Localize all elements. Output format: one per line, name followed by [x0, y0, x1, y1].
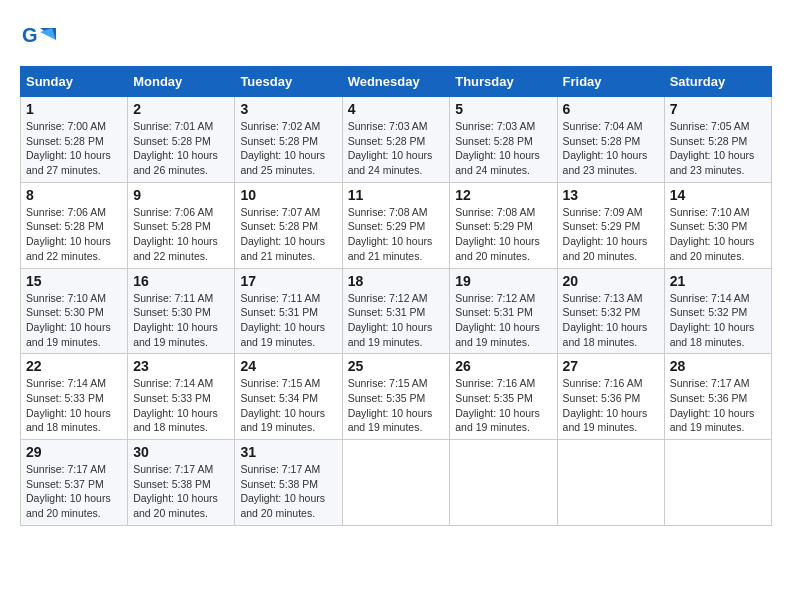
day-number: 20 — [563, 273, 659, 289]
day-number: 3 — [240, 101, 336, 117]
day-number: 21 — [670, 273, 766, 289]
day-number: 7 — [670, 101, 766, 117]
day-number: 29 — [26, 444, 122, 460]
day-detail: Sunrise: 7:17 AM Sunset: 5:38 PM Dayligh… — [240, 462, 336, 521]
day-cell — [557, 440, 664, 526]
day-number: 19 — [455, 273, 551, 289]
day-detail: Sunrise: 7:09 AM Sunset: 5:29 PM Dayligh… — [563, 205, 659, 264]
col-header-wednesday: Wednesday — [342, 67, 450, 97]
day-number: 22 — [26, 358, 122, 374]
day-detail: Sunrise: 7:17 AM Sunset: 5:38 PM Dayligh… — [133, 462, 229, 521]
day-cell: 25 Sunrise: 7:15 AM Sunset: 5:35 PM Dayl… — [342, 354, 450, 440]
day-number: 15 — [26, 273, 122, 289]
calendar-body: 1 Sunrise: 7:00 AM Sunset: 5:28 PM Dayli… — [21, 97, 772, 526]
day-number: 6 — [563, 101, 659, 117]
day-cell: 8 Sunrise: 7:06 AM Sunset: 5:28 PM Dayli… — [21, 182, 128, 268]
day-cell: 20 Sunrise: 7:13 AM Sunset: 5:32 PM Dayl… — [557, 268, 664, 354]
day-detail: Sunrise: 7:10 AM Sunset: 5:30 PM Dayligh… — [670, 205, 766, 264]
day-detail: Sunrise: 7:15 AM Sunset: 5:35 PM Dayligh… — [348, 376, 445, 435]
day-cell: 2 Sunrise: 7:01 AM Sunset: 5:28 PM Dayli… — [128, 97, 235, 183]
day-detail: Sunrise: 7:03 AM Sunset: 5:28 PM Dayligh… — [348, 119, 445, 178]
day-detail: Sunrise: 7:12 AM Sunset: 5:31 PM Dayligh… — [455, 291, 551, 350]
week-row-5: 29 Sunrise: 7:17 AM Sunset: 5:37 PM Dayl… — [21, 440, 772, 526]
day-cell: 7 Sunrise: 7:05 AM Sunset: 5:28 PM Dayli… — [664, 97, 771, 183]
day-cell: 13 Sunrise: 7:09 AM Sunset: 5:29 PM Dayl… — [557, 182, 664, 268]
day-cell: 22 Sunrise: 7:14 AM Sunset: 5:33 PM Dayl… — [21, 354, 128, 440]
day-cell: 17 Sunrise: 7:11 AM Sunset: 5:31 PM Dayl… — [235, 268, 342, 354]
day-detail: Sunrise: 7:16 AM Sunset: 5:36 PM Dayligh… — [563, 376, 659, 435]
day-detail: Sunrise: 7:11 AM Sunset: 5:30 PM Dayligh… — [133, 291, 229, 350]
day-cell: 18 Sunrise: 7:12 AM Sunset: 5:31 PM Dayl… — [342, 268, 450, 354]
day-number: 26 — [455, 358, 551, 374]
svg-text:G: G — [22, 24, 38, 46]
day-number: 11 — [348, 187, 445, 203]
day-cell: 16 Sunrise: 7:11 AM Sunset: 5:30 PM Dayl… — [128, 268, 235, 354]
logo-icon: G — [20, 20, 56, 56]
day-cell: 19 Sunrise: 7:12 AM Sunset: 5:31 PM Dayl… — [450, 268, 557, 354]
day-number: 1 — [26, 101, 122, 117]
day-detail: Sunrise: 7:13 AM Sunset: 5:32 PM Dayligh… — [563, 291, 659, 350]
day-cell: 11 Sunrise: 7:08 AM Sunset: 5:29 PM Dayl… — [342, 182, 450, 268]
day-detail: Sunrise: 7:17 AM Sunset: 5:37 PM Dayligh… — [26, 462, 122, 521]
day-detail: Sunrise: 7:10 AM Sunset: 5:30 PM Dayligh… — [26, 291, 122, 350]
day-number: 25 — [348, 358, 445, 374]
day-detail: Sunrise: 7:17 AM Sunset: 5:36 PM Dayligh… — [670, 376, 766, 435]
day-cell: 9 Sunrise: 7:06 AM Sunset: 5:28 PM Dayli… — [128, 182, 235, 268]
day-detail: Sunrise: 7:02 AM Sunset: 5:28 PM Dayligh… — [240, 119, 336, 178]
day-cell — [342, 440, 450, 526]
day-detail: Sunrise: 7:08 AM Sunset: 5:29 PM Dayligh… — [455, 205, 551, 264]
day-cell: 1 Sunrise: 7:00 AM Sunset: 5:28 PM Dayli… — [21, 97, 128, 183]
day-cell: 5 Sunrise: 7:03 AM Sunset: 5:28 PM Dayli… — [450, 97, 557, 183]
day-detail: Sunrise: 7:15 AM Sunset: 5:34 PM Dayligh… — [240, 376, 336, 435]
day-cell: 27 Sunrise: 7:16 AM Sunset: 5:36 PM Dayl… — [557, 354, 664, 440]
day-cell: 23 Sunrise: 7:14 AM Sunset: 5:33 PM Dayl… — [128, 354, 235, 440]
day-cell: 14 Sunrise: 7:10 AM Sunset: 5:30 PM Dayl… — [664, 182, 771, 268]
day-cell — [664, 440, 771, 526]
day-number: 30 — [133, 444, 229, 460]
day-detail: Sunrise: 7:14 AM Sunset: 5:33 PM Dayligh… — [133, 376, 229, 435]
day-number: 16 — [133, 273, 229, 289]
col-header-friday: Friday — [557, 67, 664, 97]
day-cell: 4 Sunrise: 7:03 AM Sunset: 5:28 PM Dayli… — [342, 97, 450, 183]
day-number: 2 — [133, 101, 229, 117]
logo: G — [20, 20, 60, 56]
calendar-table: SundayMondayTuesdayWednesdayThursdayFrid… — [20, 66, 772, 526]
calendar-header-row: SundayMondayTuesdayWednesdayThursdayFrid… — [21, 67, 772, 97]
day-detail: Sunrise: 7:12 AM Sunset: 5:31 PM Dayligh… — [348, 291, 445, 350]
day-detail: Sunrise: 7:11 AM Sunset: 5:31 PM Dayligh… — [240, 291, 336, 350]
col-header-saturday: Saturday — [664, 67, 771, 97]
day-number: 27 — [563, 358, 659, 374]
day-detail: Sunrise: 7:03 AM Sunset: 5:28 PM Dayligh… — [455, 119, 551, 178]
day-number: 24 — [240, 358, 336, 374]
day-detail: Sunrise: 7:06 AM Sunset: 5:28 PM Dayligh… — [133, 205, 229, 264]
day-number: 17 — [240, 273, 336, 289]
day-cell: 30 Sunrise: 7:17 AM Sunset: 5:38 PM Dayl… — [128, 440, 235, 526]
day-detail: Sunrise: 7:00 AM Sunset: 5:28 PM Dayligh… — [26, 119, 122, 178]
day-detail: Sunrise: 7:16 AM Sunset: 5:35 PM Dayligh… — [455, 376, 551, 435]
day-detail: Sunrise: 7:14 AM Sunset: 5:33 PM Dayligh… — [26, 376, 122, 435]
day-cell: 12 Sunrise: 7:08 AM Sunset: 5:29 PM Dayl… — [450, 182, 557, 268]
day-cell: 10 Sunrise: 7:07 AM Sunset: 5:28 PM Dayl… — [235, 182, 342, 268]
day-cell: 26 Sunrise: 7:16 AM Sunset: 5:35 PM Dayl… — [450, 354, 557, 440]
day-cell — [450, 440, 557, 526]
day-number: 5 — [455, 101, 551, 117]
week-row-4: 22 Sunrise: 7:14 AM Sunset: 5:33 PM Dayl… — [21, 354, 772, 440]
day-cell: 31 Sunrise: 7:17 AM Sunset: 5:38 PM Dayl… — [235, 440, 342, 526]
week-row-1: 1 Sunrise: 7:00 AM Sunset: 5:28 PM Dayli… — [21, 97, 772, 183]
col-header-monday: Monday — [128, 67, 235, 97]
day-number: 14 — [670, 187, 766, 203]
day-cell: 24 Sunrise: 7:15 AM Sunset: 5:34 PM Dayl… — [235, 354, 342, 440]
col-header-tuesday: Tuesday — [235, 67, 342, 97]
day-cell: 6 Sunrise: 7:04 AM Sunset: 5:28 PM Dayli… — [557, 97, 664, 183]
day-number: 8 — [26, 187, 122, 203]
day-detail: Sunrise: 7:04 AM Sunset: 5:28 PM Dayligh… — [563, 119, 659, 178]
week-row-3: 15 Sunrise: 7:10 AM Sunset: 5:30 PM Dayl… — [21, 268, 772, 354]
day-detail: Sunrise: 7:06 AM Sunset: 5:28 PM Dayligh… — [26, 205, 122, 264]
day-number: 10 — [240, 187, 336, 203]
day-number: 13 — [563, 187, 659, 203]
col-header-thursday: Thursday — [450, 67, 557, 97]
day-detail: Sunrise: 7:01 AM Sunset: 5:28 PM Dayligh… — [133, 119, 229, 178]
day-detail: Sunrise: 7:08 AM Sunset: 5:29 PM Dayligh… — [348, 205, 445, 264]
day-number: 12 — [455, 187, 551, 203]
day-cell: 15 Sunrise: 7:10 AM Sunset: 5:30 PM Dayl… — [21, 268, 128, 354]
